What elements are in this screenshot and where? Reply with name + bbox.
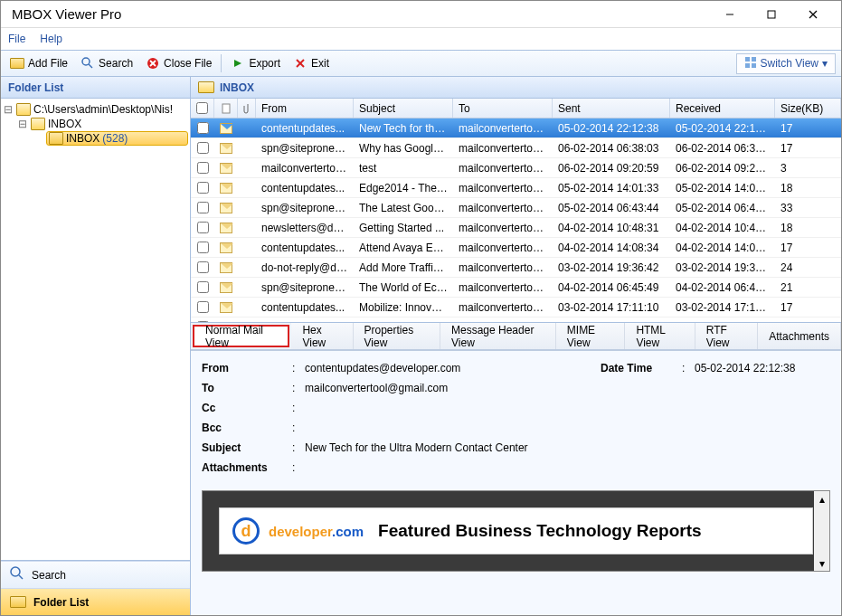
close-file-button[interactable]: Close File: [142, 54, 215, 72]
detail-bcc-value: [305, 422, 830, 434]
chevron-down-icon: ▾: [822, 57, 828, 70]
left-panel: Folder List ⊟ C:\Users\admin\Desktop\Nis…: [1, 77, 191, 615]
row-sent: 05-02-2014 22:12:38: [553, 122, 670, 135]
row-checkbox[interactable]: [197, 182, 209, 194]
row-checkbox[interactable]: [197, 321, 209, 322]
menu-file[interactable]: File: [8, 33, 25, 45]
row-checkbox[interactable]: [197, 301, 209, 313]
row-subject: Attend Avaya Evo...: [354, 242, 453, 254]
view-tab-mime-view[interactable]: MIME View: [556, 323, 626, 349]
folder-tree[interactable]: ⊟ C:\Users\admin\Desktop\Nis! ⊟ INBOX IN…: [1, 99, 190, 560]
collapse-icon[interactable]: ⊟: [17, 118, 28, 130]
detail-to-row: To: mailconvertertool@gmail.com: [202, 378, 830, 398]
row-from: mailconvertertool...: [256, 162, 354, 175]
envelope-icon: [220, 302, 232, 313]
paperclip-icon: [243, 103, 250, 114]
row-checkbox[interactable]: [197, 222, 209, 233]
export-button[interactable]: Export: [227, 54, 284, 72]
message-row[interactable]: contentupdates...Edge2014 - The P...mail…: [191, 178, 841, 198]
maximize-button[interactable]: [751, 1, 792, 28]
row-subject: test: [354, 162, 453, 175]
grid-body[interactable]: contentupdates...New Tech for the ...mai…: [191, 118, 841, 322]
message-row[interactable]: newsletters@dev...Getting Started ...mai…: [191, 218, 841, 238]
message-row[interactable]: contentupdates...New Tech for the ...mai…: [191, 118, 841, 138]
row-subject: Why has Google ...: [354, 142, 453, 155]
collapse-icon[interactable]: ⊟: [3, 103, 14, 116]
row-checkbox[interactable]: [197, 261, 209, 273]
row-checkbox[interactable]: [197, 281, 209, 293]
row-checkbox[interactable]: [197, 162, 209, 174]
col-to[interactable]: To: [453, 99, 553, 118]
menu-help[interactable]: Help: [40, 33, 62, 45]
col-received[interactable]: Received: [670, 99, 775, 118]
window-controls: [709, 1, 834, 28]
message-row[interactable]: spn@sitepronew...Why has Google ...mailc…: [191, 138, 841, 158]
row-from: contentupdates...: [256, 242, 354, 254]
exit-button[interactable]: Exit: [289, 54, 333, 72]
row-checkbox[interactable]: [197, 142, 209, 154]
detail-cc-label: Cc: [202, 402, 292, 414]
view-tab-rtf-view[interactable]: RTF View: [695, 323, 759, 349]
view-tab-attachments[interactable]: Attachments: [758, 323, 841, 349]
col-subject[interactable]: Subject: [354, 99, 453, 118]
col-size[interactable]: Size(KB): [775, 99, 841, 118]
row-sent: 03-02-2014 19:36:42: [553, 261, 670, 274]
minimize-button[interactable]: [709, 1, 751, 28]
scroll-up-icon[interactable]: ▴: [814, 491, 829, 507]
col-sent[interactable]: Sent: [553, 99, 670, 118]
view-tab-properties-view[interactable]: Properties View: [354, 323, 441, 349]
switch-view-button[interactable]: Switch View ▾: [736, 53, 836, 74]
left-tab-folderlist[interactable]: Folder List: [1, 588, 190, 615]
view-tab-message-header-view[interactable]: Message Header View: [440, 323, 556, 349]
envelope-icon: [220, 183, 232, 194]
select-all-checkbox[interactable]: [196, 102, 208, 114]
view-tab-html-view[interactable]: HTML View: [625, 323, 695, 349]
search-icon: [80, 56, 95, 71]
tree-root[interactable]: ⊟ C:\Users\admin\Desktop\Nis!: [3, 102, 188, 117]
view-tabs: Normal Mail ViewHex ViewProperties ViewM…: [191, 323, 841, 350]
col-attachment: [238, 99, 256, 118]
message-row[interactable]: mailconvertertool...testmailconvertertoo…: [191, 158, 841, 178]
row-checkbox[interactable]: [197, 122, 209, 134]
row-to: mailconvertertool...: [453, 301, 553, 314]
row-size: 17: [775, 242, 841, 254]
left-tab-folderlist-label: Folder List: [33, 596, 89, 609]
col-checkbox[interactable]: [191, 99, 214, 118]
preview-banner: d developer.com Featured Business Techno…: [219, 507, 813, 554]
tree-inbox[interactable]: ⊟ INBOX: [3, 117, 188, 131]
message-row[interactable]: contentupdates...Attend Avaya Evo...mail…: [191, 238, 841, 258]
message-row[interactable]: contentupdates...Mobilize: Innovat...mai…: [191, 298, 841, 317]
scroll-down-icon[interactable]: ▾: [814, 555, 829, 571]
left-nav-tabs: Search Folder List: [1, 560, 190, 615]
row-received: 06-02-2014 09:20:...: [670, 162, 775, 175]
message-row[interactable]: spn@sitepronew...The Latest Googl...mail…: [191, 198, 841, 218]
preview-headline: Featured Business Technology Reports: [378, 521, 702, 541]
add-file-label: Add File: [28, 57, 68, 70]
detail-attachments-row: Attachments:: [202, 458, 830, 478]
preview-scrollbar[interactable]: ▴ ▾: [814, 491, 829, 571]
search-button[interactable]: Search: [77, 54, 137, 72]
add-file-button[interactable]: Add File: [6, 54, 71, 72]
right-panel: INBOX From Subject To Sent Received Size…: [191, 77, 841, 615]
message-row[interactable]: do-not-reply@de...Add More Traffic ...ma…: [191, 258, 841, 278]
row-sent: 04-02-2014 06:45:49: [553, 281, 670, 294]
row-checkbox[interactable]: [197, 242, 209, 253]
message-preview: ▴ ▾ d developer.com Featured Business Te…: [202, 490, 830, 572]
view-tab-normal-mail-view[interactable]: Normal Mail View: [193, 325, 289, 347]
view-tab-hex-view[interactable]: Hex View: [291, 323, 353, 349]
message-row[interactable]: spn@sitepronew...The World of Eco...mail…: [191, 278, 841, 298]
row-size: 3: [775, 321, 841, 323]
close-button[interactable]: [792, 1, 834, 28]
row-subject: Edge2014 - The P...: [354, 182, 453, 194]
row-checkbox[interactable]: [197, 202, 209, 213]
tree-inbox-child[interactable]: INBOX (528): [46, 131, 188, 146]
svg-marker-9: [234, 60, 241, 67]
row-from: spn@sitepronew...: [256, 202, 354, 214]
col-from[interactable]: From: [256, 99, 354, 118]
app-window: MBOX Viewer Pro File Help Add File Searc…: [0, 0, 842, 616]
tree-root-label: C:\Users\admin\Desktop\Nis!: [33, 103, 173, 116]
envelope-icon: [220, 262, 232, 273]
left-tab-search[interactable]: Search: [1, 561, 190, 588]
detail-from-label: From: [202, 362, 292, 374]
message-row[interactable]: editor@esitesecr...eSiteSecrets.com ...m…: [191, 317, 841, 322]
